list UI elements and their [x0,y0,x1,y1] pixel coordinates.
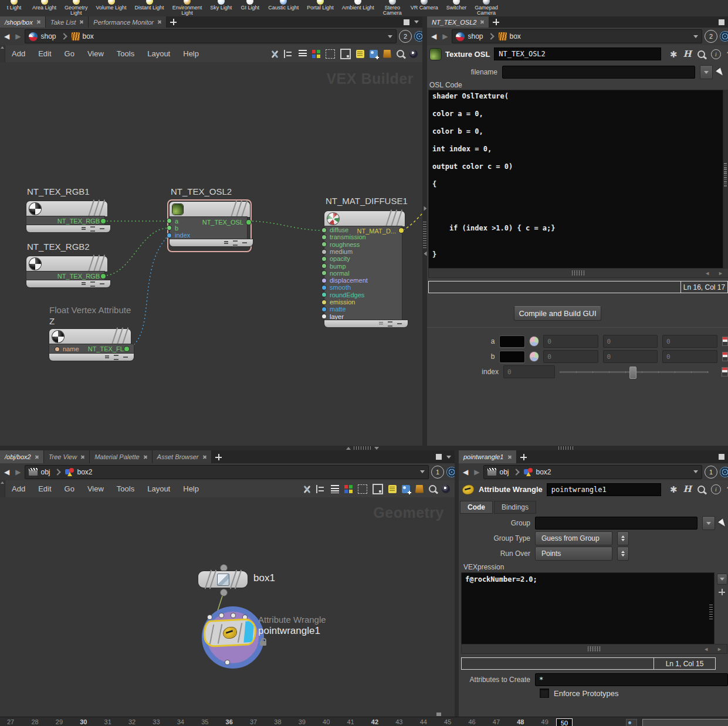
sticky-note-icon[interactable] [356,50,364,58]
tools-icon[interactable] [270,50,279,58]
editor-resize-strip[interactable]: ◄► [461,644,727,654]
visibility-icon[interactable] [409,50,418,58]
shelf-tool[interactable]: Switcher [442,0,471,11]
color-picker-icon[interactable] [530,337,539,346]
menu-item[interactable]: Layout [141,49,177,58]
frame-number[interactable]: 47 [493,718,517,725]
color-palette-icon[interactable] [344,485,353,493]
back-icon[interactable]: ◀ [2,32,11,40]
input-connector[interactable] [322,264,326,268]
shelf-tool[interactable]: t Light [0,0,28,11]
input-connector[interactable] [322,242,326,246]
playbar-timeline[interactable]: 2728293031323334353637383940414243444546… [0,717,728,726]
houdini-logo-icon[interactable]: H [683,485,692,494]
pane-tab[interactable]: /obj/box2 [0,450,44,463]
frame-number[interactable]: 28 [31,718,55,725]
node-toggle-icons[interactable] [26,280,110,287]
vex-expand-icon[interactable] [717,574,727,585]
tree-view-icon[interactable] [316,485,326,493]
shelf-tool[interactable]: Sky Light [206,0,236,11]
pane-maximize-icon[interactable] [436,454,442,460]
menu-item[interactable]: Add [5,484,32,493]
menu-item[interactable]: View [81,49,110,58]
horizontal-splitter[interactable] [0,446,728,450]
visibility-icon[interactable] [442,485,450,493]
path-root[interactable]: obj [40,468,50,476]
input-connector[interactable] [322,228,326,232]
input-connector[interactable] [167,219,171,223]
path-node[interactable]: box2 [536,468,551,476]
path-field[interactable]: obj box2 [25,465,429,479]
node-name-field[interactable]: pointwrangle1 [547,483,661,496]
menu-item[interactable]: Edit [32,49,57,58]
close-tab-icon[interactable] [157,20,161,24]
splitter-grip[interactable] [423,222,426,249]
search-icon[interactable] [697,486,705,493]
gallery-icon[interactable] [415,485,424,493]
path-dropdown-icon[interactable] [388,35,392,38]
close-tab-icon[interactable] [80,455,84,459]
close-tab-icon[interactable] [202,455,206,459]
input-connector[interactable] [322,314,326,318]
slider-handle[interactable] [629,367,636,379]
select-arrow-icon[interactable] [718,518,727,528]
compile-button[interactable]: Compile and Build GUI [514,306,601,321]
frame-number[interactable]: 36 [226,718,250,725]
node-toggle-icons[interactable] [26,225,110,232]
history-count-badge[interactable]: 1 [705,466,717,479]
pane-maximize-icon[interactable] [719,19,724,25]
link-radar-icon[interactable] [720,31,728,42]
shelf-tool[interactable]: Gamepad Camera [470,0,502,16]
input-connector[interactable] [322,257,326,261]
splitter-grip[interactable] [354,446,371,450]
resize-grip-icon[interactable] [572,270,585,276]
color-swatch[interactable] [499,351,525,363]
sticky-note-icon[interactable] [388,485,397,493]
node-pointwrangle1-selected[interactable] [203,618,257,648]
expand-down-icon[interactable] [374,447,379,450]
menu-item[interactable]: View [81,484,110,493]
list-view-icon[interactable] [331,485,339,493]
scroll-left-icon[interactable]: ◄ [705,270,710,276]
new-tab-icon[interactable] [170,19,177,25]
back-icon[interactable]: ◀ [2,468,11,476]
scrollbar-grip[interactable] [436,713,441,716]
list-view-icon[interactable] [299,50,307,58]
input-connector[interactable] [167,226,171,230]
frame-number[interactable]: 41 [347,718,371,725]
close-tab-icon[interactable] [507,455,512,459]
group-dropdown-icon[interactable] [702,516,715,530]
pane-maximize-icon[interactable] [404,19,409,25]
group-type-select[interactable]: Guess from Group [535,531,612,545]
group-type-spinner[interactable] [617,531,629,545]
template-flag-dot[interactable] [231,613,235,618]
shelf-tool[interactable]: Environment Light [168,0,206,16]
node-toggle-icons[interactable] [170,239,253,246]
info-icon[interactable]: i [711,49,721,59]
frame-number[interactable]: 35 [201,718,225,725]
template-flag-dot[interactable] [208,615,212,619]
scroll-right-icon[interactable]: ► [717,646,722,652]
info-icon[interactable]: i [711,484,721,494]
pane-tab[interactable]: Tree View [44,450,90,463]
node-name-field[interactable]: NT_TEX_OSL2 [494,48,661,60]
forward-icon[interactable]: ▶ [441,32,449,40]
frame-number[interactable]: 27 [7,718,31,725]
output-connector[interactable] [220,589,228,596]
splitter-grip[interactable] [558,446,574,450]
close-tab-icon[interactable] [35,455,39,459]
frame-range-field[interactable] [642,719,728,726]
value-field[interactable]: 0 [543,335,598,348]
back-icon[interactable]: ◀ [461,468,470,476]
output-connector[interactable] [101,274,106,279]
shelf-tool[interactable]: Distant Light [131,0,168,11]
input-connector[interactable] [322,286,326,290]
shelf-tool[interactable]: Ambient Light [338,0,378,11]
gear-icon[interactable]: ✱ [670,50,678,59]
menu-item[interactable]: Go [58,49,81,58]
menu-item[interactable]: Help [177,484,205,493]
close-tab-icon[interactable] [36,20,40,24]
forward-icon[interactable]: ▶ [472,468,481,476]
index-slider[interactable] [560,371,709,373]
input-connector[interactable] [322,300,326,304]
